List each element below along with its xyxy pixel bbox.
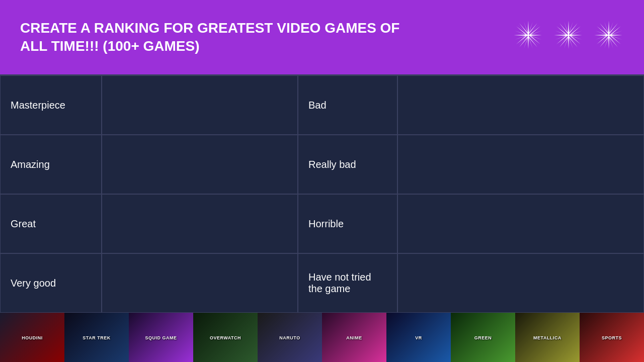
ranking-grid: Masterpiece Bad Amazing Really bad Great… — [0, 74, 644, 313]
thumbnail-star-trek[interactable]: STAR TREK — [64, 313, 129, 362]
svg-marker-25 — [594, 35, 622, 36]
thumbnail-overwatch[interactable]: OVERWATCH — [193, 313, 258, 362]
content-great[interactable] — [102, 194, 298, 253]
game-thumbnails-strip: HOUDINI STAR TREK SQUID GAME OVERWATCH N… — [0, 313, 644, 362]
label-very-good: Very good — [0, 253, 102, 313]
starburst-icon-1 — [513, 20, 543, 54]
content-bad[interactable] — [397, 75, 644, 135]
header-icons — [513, 20, 624, 54]
thumbnail-houdini[interactable]: HOUDINI — [0, 313, 64, 362]
starburst-icon-3 — [594, 20, 624, 54]
thumbnail-squid-game[interactable]: SQUID GAME — [129, 313, 193, 362]
thumbnail-green[interactable]: GREEN — [451, 313, 515, 362]
content-amazing[interactable] — [102, 135, 298, 194]
label-bad: Bad — [298, 75, 397, 135]
content-have-not-tried[interactable] — [397, 253, 644, 313]
svg-marker-13 — [554, 35, 582, 36]
content-masterpiece[interactable] — [102, 75, 298, 135]
label-have-not-tried: Have not tried the game — [298, 253, 397, 313]
thumbnail-vr[interactable]: VR — [386, 313, 451, 362]
label-masterpiece: Masterpiece — [0, 75, 102, 135]
label-amazing: Amazing — [0, 135, 102, 194]
starburst-icon-2 — [553, 20, 584, 54]
label-great: Great — [0, 194, 102, 253]
label-really-bad: Really bad — [298, 135, 397, 194]
page-title: CREATE A RANKING FOR GREATEST VIDEO GAME… — [20, 19, 413, 56]
content-really-bad[interactable] — [397, 135, 644, 194]
thumbnail-metallica[interactable]: METALLICA — [515, 313, 580, 362]
svg-marker-1 — [514, 35, 542, 36]
content-very-good[interactable] — [102, 253, 298, 313]
label-horrible: Horrible — [298, 194, 397, 253]
page-header: CREATE A RANKING FOR GREATEST VIDEO GAME… — [0, 0, 644, 74]
content-horrible[interactable] — [397, 194, 644, 253]
thumbnail-sports[interactable]: SPORTS — [580, 313, 644, 362]
thumbnail-naruto[interactable]: NARUTO — [258, 313, 322, 362]
thumbnail-anime[interactable]: ANIME — [322, 313, 386, 362]
